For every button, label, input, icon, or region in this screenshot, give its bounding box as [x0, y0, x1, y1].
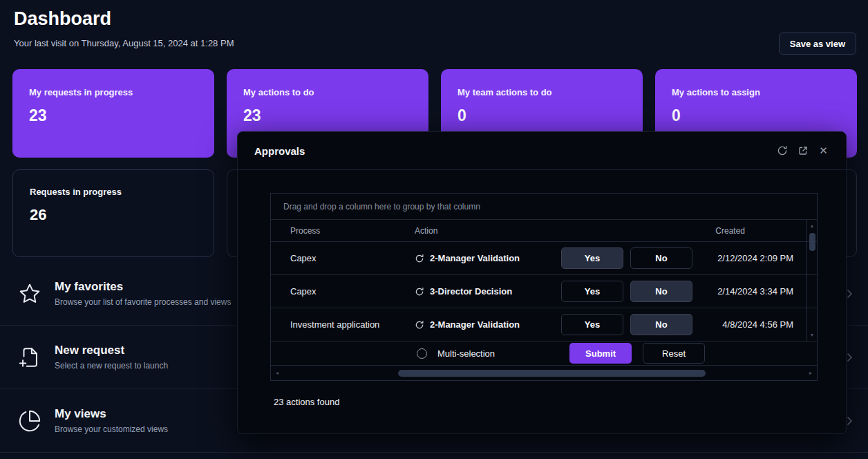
- reset-button[interactable]: Reset: [643, 343, 705, 364]
- quick-link-subtitle: Select a new request to launch: [55, 361, 168, 371]
- quick-link-title: New request: [55, 344, 168, 357]
- process-cell: Capex: [271, 286, 415, 297]
- last-visit-text: Your last visit on Thursday, August 15, …: [14, 38, 234, 48]
- column-header-created[interactable]: Created: [692, 226, 793, 236]
- no-button[interactable]: No: [630, 281, 692, 302]
- stat-label: My team actions to do: [457, 87, 626, 97]
- table-footer-row: Multi-selection Submit Reset: [271, 341, 817, 365]
- stat-label: My actions to do: [243, 87, 412, 97]
- modal-title: Approvals: [254, 145, 305, 157]
- stat-value: 0: [457, 106, 626, 125]
- no-button[interactable]: No: [630, 314, 692, 335]
- quick-link-title: My views: [55, 407, 168, 421]
- yes-button[interactable]: Yes: [561, 314, 623, 335]
- pie-chart-icon: [18, 409, 41, 433]
- action-cell: 2-Manager Validation: [415, 253, 561, 263]
- stat-label: My actions to assign: [672, 87, 840, 97]
- sync-icon: [415, 320, 424, 330]
- stat-value: 0: [672, 106, 840, 125]
- table-row: Capex 3-Director Decision Yes No 2/14/20…: [271, 274, 817, 308]
- action-cell: 3-Director Decision: [415, 286, 561, 297]
- yes-button[interactable]: Yes: [561, 247, 623, 269]
- action-label: 2-Manager Validation: [430, 319, 520, 330]
- stat-card-my-requests[interactable]: My requests in progress 23: [12, 69, 214, 158]
- scroll-right-icon[interactable]: ▸: [809, 370, 812, 376]
- horizontal-scrollbar[interactable]: ◂ ▸: [271, 365, 817, 380]
- created-cell: 2/12/2024 2:09 PM: [692, 253, 793, 263]
- process-cell: Capex: [271, 253, 415, 263]
- chevron-right-icon: [846, 288, 853, 299]
- vertical-scrollbar-thumb[interactable]: [809, 233, 815, 251]
- card-label: Requests in progress: [30, 187, 197, 197]
- stat-value: 23: [29, 106, 198, 125]
- refresh-icon[interactable]: [776, 145, 788, 157]
- column-header-action[interactable]: Action: [415, 226, 561, 236]
- vertical-scrollbar[interactable]: ▲ ▼: [806, 220, 817, 341]
- submit-button[interactable]: Submit: [569, 343, 632, 364]
- horizontal-scrollbar-thumb[interactable]: [398, 370, 706, 377]
- close-icon[interactable]: ✕: [818, 145, 829, 157]
- document-plus-icon: [18, 346, 41, 369]
- card-value: 26: [30, 206, 197, 224]
- process-cell: Investment application: [271, 319, 415, 330]
- quick-link-subtitle: Browse your list of favorite processes a…: [55, 297, 231, 307]
- save-as-view-button[interactable]: Save as view: [779, 32, 856, 55]
- modal-header: Approvals ✕: [238, 132, 846, 170]
- sync-icon: [415, 287, 424, 297]
- table-header-row: Process Action Created: [271, 220, 817, 241]
- star-icon: [18, 282, 41, 306]
- dashboard-page: Dashboard Your last visit on Thursday, A…: [0, 0, 868, 459]
- stat-label: My requests in progress: [29, 87, 198, 97]
- approvals-table: Drag and drop a column here to group by …: [270, 193, 818, 381]
- multi-selection-checkbox[interactable]: [417, 348, 427, 359]
- quick-link-title: My favorites: [55, 280, 231, 294]
- quick-link-subtitle: Browse your customized views: [55, 424, 168, 434]
- open-in-new-icon[interactable]: [797, 145, 809, 157]
- multi-selection-label: Multi-selection: [437, 348, 495, 359]
- actions-found-status: 23 actions found: [274, 397, 339, 407]
- action-cell: 2-Manager Validation: [415, 319, 561, 330]
- yes-button[interactable]: Yes: [561, 281, 623, 302]
- group-by-drop-zone[interactable]: Drag and drop a column here to group by …: [271, 194, 817, 220]
- card-requests-in-progress[interactable]: Requests in progress 26: [12, 169, 214, 257]
- sync-icon: [415, 254, 424, 263]
- chevron-right-icon: [846, 415, 853, 427]
- table-row: Capex 2-Manager Validation Yes No 2/12/2…: [271, 241, 817, 274]
- action-label: 3-Director Decision: [430, 286, 512, 297]
- created-cell: 2/14/2024 3:34 PM: [692, 286, 793, 297]
- approvals-modal: Approvals ✕: [237, 131, 847, 434]
- scroll-down-icon[interactable]: ▼: [810, 332, 815, 339]
- chevron-right-icon: [846, 352, 853, 363]
- scroll-up-icon[interactable]: ▲: [810, 223, 815, 230]
- scroll-left-icon[interactable]: ◂: [276, 370, 279, 376]
- page-title: Dashboard: [14, 8, 111, 30]
- created-cell: 4/8/2024 4:56 PM: [692, 319, 793, 330]
- stat-value: 23: [243, 106, 412, 125]
- action-label: 2-Manager Validation: [430, 253, 520, 263]
- column-header-process[interactable]: Process: [271, 226, 415, 236]
- table-row: Investment application 2-Manager Validat…: [271, 308, 817, 341]
- no-button[interactable]: No: [630, 247, 692, 269]
